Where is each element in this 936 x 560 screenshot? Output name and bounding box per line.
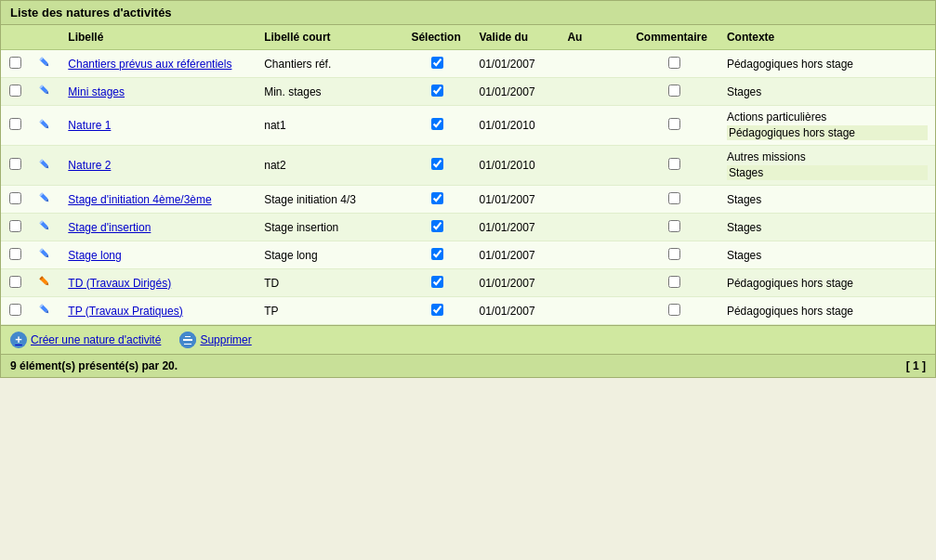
- contexte-cell: Pédagogiques hors stage: [719, 269, 935, 297]
- delete-link[interactable]: Supprimer: [179, 332, 251, 348]
- commentaire-checkbox[interactable]: [668, 57, 680, 69]
- selection-checkbox[interactable]: [431, 304, 443, 316]
- commentaire-cell: [628, 50, 719, 78]
- libelle-court-cell: Min. stages: [257, 78, 403, 106]
- selection-checkbox[interactable]: [431, 85, 443, 97]
- selection-cell: [403, 106, 471, 146]
- commentaire-checkbox[interactable]: [668, 304, 680, 316]
- create-label: Créer une nature d'activité: [31, 333, 161, 346]
- record-link[interactable]: Stage long: [68, 249, 121, 262]
- commentaire-checkbox[interactable]: [668, 118, 680, 130]
- create-nature-link[interactable]: + Créer une nature d'activité: [10, 332, 161, 348]
- contexte-cell: Pédagogiques hors stage: [719, 297, 935, 325]
- contexte-cell: Pédagogiques hors stage: [719, 50, 935, 78]
- row-checkbox[interactable]: [9, 220, 21, 232]
- header-au: Au: [560, 25, 628, 50]
- record-link[interactable]: Nature 2: [68, 159, 111, 172]
- record-link[interactable]: Stage d'initiation 4ème/3ème: [68, 193, 211, 206]
- header-contexte: Contexte: [719, 25, 935, 50]
- record-link[interactable]: Chantiers prévus aux référentiels: [68, 58, 231, 71]
- selection-checkbox[interactable]: [431, 248, 443, 260]
- au-cell: [560, 241, 628, 269]
- contexte-cell: Actions particulièresPédagogiques hors s…: [719, 106, 935, 146]
- edit-pencil-icon[interactable]: [37, 306, 52, 319]
- commentaire-checkbox[interactable]: [668, 248, 680, 260]
- edit-pencil-icon[interactable]: [37, 87, 52, 100]
- commentaire-cell: [628, 106, 719, 146]
- commentaire-cell: [628, 146, 719, 186]
- delete-icon: [179, 332, 196, 348]
- contexte-value: Stages: [727, 85, 928, 98]
- row-checkbox[interactable]: [9, 85, 21, 97]
- selection-cell: [403, 269, 471, 297]
- selection-checkbox[interactable]: [431, 57, 443, 69]
- main-container: Liste des natures d'activités Libellé Li…: [0, 0, 936, 378]
- page-title: Liste des natures d'activités: [1, 1, 935, 25]
- record-link[interactable]: Stage d'insertion: [68, 221, 151, 234]
- valide-du-cell: 01/01/2010: [472, 146, 560, 186]
- contexte-value: Stages: [727, 165, 928, 180]
- header-libelle-court: Libellé court: [257, 25, 403, 50]
- commentaire-checkbox[interactable]: [668, 85, 680, 97]
- edit-pencil-icon[interactable]: [37, 223, 52, 236]
- edit-pencil-icon[interactable]: [37, 59, 52, 72]
- record-link[interactable]: TP (Travaux Pratiques): [68, 305, 182, 318]
- record-link[interactable]: Mini stages: [68, 85, 125, 98]
- valide-du-cell: 01/01/2007: [472, 78, 560, 106]
- table-row: TD (Travaux Dirigés)TD01/01/2007Pédagogi…: [1, 269, 935, 297]
- au-cell: [560, 269, 628, 297]
- au-cell: [560, 50, 628, 78]
- edit-pencil-icon[interactable]: [37, 251, 52, 264]
- commentaire-checkbox[interactable]: [668, 276, 680, 288]
- libelle-court-cell: nat2: [257, 146, 403, 186]
- selection-checkbox[interactable]: [431, 220, 443, 232]
- footer-bar: + Créer une nature d'activité Supprimer: [1, 325, 935, 354]
- svg-rect-30: [184, 344, 191, 345]
- contexte-value: Pédagogiques hors stage: [727, 58, 928, 71]
- valide-du-cell: 01/01/2007: [472, 241, 560, 269]
- header-check: [1, 25, 30, 50]
- commentaire-checkbox[interactable]: [668, 220, 680, 232]
- selection-cell: [403, 214, 471, 241]
- contexte-cell: Stages: [719, 241, 935, 269]
- libelle-court-cell: TD: [257, 269, 403, 297]
- edit-pencil-icon[interactable]: [37, 162, 52, 175]
- valide-du-cell: 01/01/2010: [472, 106, 560, 146]
- selection-checkbox[interactable]: [431, 192, 443, 204]
- valide-du-cell: 01/01/2007: [472, 269, 560, 297]
- selection-checkbox[interactable]: [431, 276, 443, 288]
- row-checkbox[interactable]: [9, 158, 21, 170]
- edit-pencil-icon[interactable]: [37, 122, 52, 135]
- row-checkbox[interactable]: [9, 118, 21, 130]
- header-valide-du: Valide du: [472, 25, 560, 50]
- libelle-court-cell: Chantiers réf.: [257, 50, 403, 78]
- libelle-court-cell: Stage long: [257, 241, 403, 269]
- commentaire-checkbox[interactable]: [668, 158, 680, 170]
- table-row: Stage d'insertionStage insertion01/01/20…: [1, 214, 935, 241]
- count-text: 9 élément(s) présenté(s) par 20.: [10, 359, 178, 372]
- commentaire-cell: [628, 186, 719, 214]
- row-checkbox[interactable]: [9, 304, 21, 316]
- commentaire-cell: [628, 297, 719, 325]
- selection-cell: [403, 78, 471, 106]
- table-row: Stage d'initiation 4ème/3èmeStage initia…: [1, 186, 935, 214]
- edit-pencil-icon[interactable]: [37, 195, 52, 208]
- selection-cell: [403, 146, 471, 186]
- table-body: Chantiers prévus aux référentielsChantie…: [1, 50, 935, 325]
- table-row: Mini stagesMin. stages01/01/2007Stages: [1, 78, 935, 106]
- au-cell: [560, 78, 628, 106]
- edit-pencil-icon[interactable]: [37, 279, 52, 292]
- status-bar: 9 élément(s) présenté(s) par 20. [ 1 ]: [1, 354, 935, 377]
- commentaire-checkbox[interactable]: [668, 192, 680, 204]
- selection-checkbox[interactable]: [431, 158, 443, 170]
- record-link[interactable]: TD (Travaux Dirigés): [68, 277, 171, 290]
- row-checkbox[interactable]: [9, 192, 21, 204]
- libelle-court-cell: Stage insertion: [257, 214, 403, 241]
- row-checkbox[interactable]: [9, 57, 21, 69]
- row-checkbox[interactable]: [9, 248, 21, 260]
- page-text: [ 1 ]: [906, 359, 926, 372]
- add-icon: +: [10, 332, 27, 348]
- row-checkbox[interactable]: [9, 276, 21, 288]
- record-link[interactable]: Nature 1: [68, 119, 111, 132]
- selection-checkbox[interactable]: [431, 118, 443, 130]
